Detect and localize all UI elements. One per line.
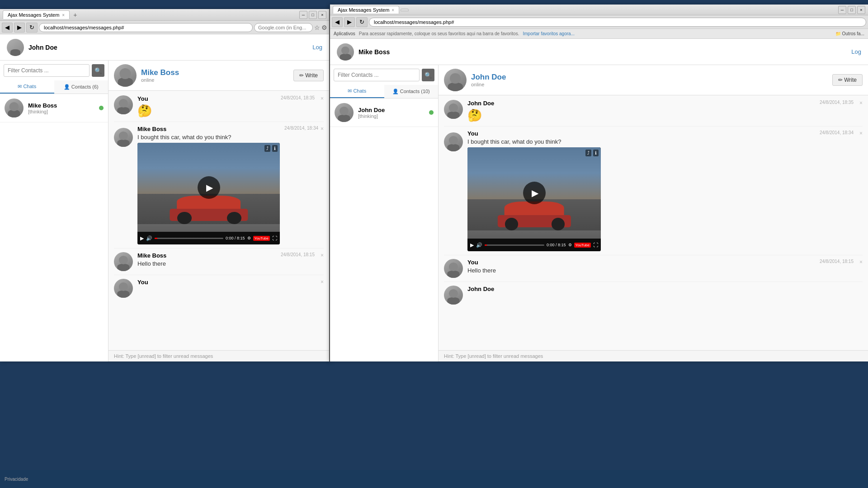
tab-title: Ajax Messages System (8, 12, 59, 18)
left-tab[interactable]: Ajax Messages System × (3, 10, 70, 19)
msg3-text: Hello there (137, 260, 276, 267)
left-username: John Doe (28, 44, 57, 51)
right-tab[interactable]: Ajax Messages System × (333, 6, 399, 14)
left-contacts-tab[interactable]: 👤 Contacts (6) (54, 80, 108, 94)
play-icon-left: ▶ (206, 182, 213, 193)
rmt2-avatar (444, 132, 463, 151)
right-app: Mike Boss Log 🔍 ✉ Chats 👤 Contacts (10) (330, 39, 868, 361)
right-online-indicator (429, 110, 434, 115)
rmt1-time: 24/8/2014, 18:35 (820, 100, 854, 105)
search-bar[interactable] (254, 23, 313, 32)
forward-btn[interactable]: ▶ (14, 23, 25, 33)
import-bookmarks[interactable]: Importar favoritos agora... (523, 31, 575, 36)
left-write-btn[interactable]: ✏ Write (293, 70, 324, 81)
right-minimize[interactable]: ─ (838, 6, 846, 14)
play-btn-right[interactable]: ▶ (523, 182, 546, 204)
outros-icon[interactable]: 📁 Outros fa... (835, 31, 864, 36)
rmt2-sender: You (467, 130, 815, 137)
rvc-settings[interactable]: ⚙ (568, 243, 572, 247)
rmt3-close[interactable]: × (859, 259, 863, 265)
right-msg4: John Doe (444, 286, 863, 305)
right-contact-name: John Doe (358, 107, 425, 113)
right-forward[interactable]: ▶ (344, 17, 355, 27)
vc-play[interactable]: ▶ (140, 235, 144, 241)
right-contacts-tab[interactable]: 👤 Contacts (10) (384, 85, 439, 98)
right-maximize[interactable]: □ (848, 6, 856, 14)
video-overlay-left[interactable]: ▶ (137, 143, 280, 232)
right-reload[interactable]: ↻ (356, 17, 368, 27)
msg2-sender: Mike Boss (137, 126, 280, 132)
left-chats-tab[interactable]: ✉ Chats (0, 80, 54, 94)
msg2-close[interactable]: × (321, 126, 324, 132)
video-overlay-right[interactable]: ▶ (467, 147, 601, 239)
right-app-header: Mike Boss Log (330, 39, 868, 65)
play-btn-left[interactable]: ▶ (198, 176, 220, 199)
back-btn[interactable]: ◀ (2, 23, 13, 33)
right-close[interactable]: × (857, 6, 865, 14)
left-toolbar: ◀ ▶ ↻ ☆ ⚙ (0, 21, 329, 34)
rmt1-emoji: 🤔 (467, 108, 482, 122)
right-tab-close[interactable]: × (392, 8, 394, 13)
msg1-close[interactable]: × (321, 95, 324, 102)
msg1-avatar (114, 95, 133, 114)
rvc-fullscreen[interactable]: ⛶ (593, 242, 598, 248)
vc-time: 0:00 / 8:15 (226, 236, 245, 240)
right-chat-avatar (444, 69, 467, 91)
right-chat-header: John Doe online ✏ Write (439, 65, 868, 95)
msg3-close[interactable]: × (321, 252, 324, 258)
left-online-indicator (99, 106, 104, 110)
right-filter-input[interactable] (334, 69, 420, 81)
video-player-right[interactable]: ⤴ ℹ ▶ ▶ (467, 147, 601, 251)
vc-volume[interactable]: 🔊 (146, 235, 152, 241)
rmt1-sender: John Doe (467, 100, 815, 107)
rmt2-text: I bought this car, what do you think? (467, 138, 815, 145)
left-logout[interactable]: Log (312, 44, 322, 51)
left-messages: You 🤔 24/8/2014, 18:35 × (108, 91, 329, 350)
bookmarks-text: Aplicativos (334, 31, 355, 36)
left-sidebar: 🔍 ✉ Chats 👤 Contacts (6) Mike Boss (0, 61, 108, 361)
progress-bar[interactable] (155, 238, 223, 239)
right-back[interactable]: ◀ (332, 17, 343, 27)
left-address-bar[interactable] (39, 23, 253, 32)
minimize-btn[interactable]: ─ (299, 11, 307, 19)
video-player-left[interactable]: ⤴ ℹ ▶ (137, 143, 280, 244)
msg4-close[interactable]: × (321, 279, 324, 285)
right-contact-item[interactable]: John Doe [thinking] (330, 99, 438, 127)
right-titlebar: Ajax Messages System × ─ □ × (330, 5, 868, 15)
right-chats-tab[interactable]: ✉ Chats (330, 85, 384, 98)
msg2-text: I bought this car, what do you think? (137, 134, 280, 141)
close-btn[interactable]: × (318, 11, 326, 19)
rmt2-time: 24/8/2014, 18:34 (820, 130, 854, 135)
left-search-btn[interactable]: 🔍 (92, 64, 104, 77)
right-write-btn[interactable]: ✏ Write (832, 74, 863, 86)
right-search-btn[interactable]: 🔍 (422, 69, 434, 81)
msg4-sender: You (137, 279, 315, 286)
message-row-3: Mike Boss Hello there 24/8/2014, 18:15 × (114, 252, 324, 271)
rvc-play[interactable]: ▶ (470, 242, 474, 248)
left-contact-item[interactable]: Mike Boss [thinking] (0, 94, 108, 122)
video-controls-left: ▶ 🔊 0:00 / 8:15 ⚙ YouTube ⛶ (137, 232, 280, 244)
right-tab-inactive[interactable] (401, 9, 409, 11)
maximize-btn[interactable]: □ (309, 11, 317, 19)
right-msg2: You I bought this car, what do you think… (444, 130, 863, 251)
msg3-avatar (114, 252, 133, 271)
reload-btn[interactable]: ↻ (26, 23, 38, 33)
bookmarks-hint: Para acessar rapidamente, coloque os seu… (359, 31, 519, 36)
ryt-logo: YouTube (574, 243, 591, 248)
progress-fill (155, 238, 157, 239)
right-address-bar[interactable] (369, 18, 866, 27)
right-progress-bar[interactable] (485, 244, 544, 246)
new-tab-btn[interactable]: + (71, 11, 79, 19)
bookmark-icon[interactable]: ☆ (314, 24, 320, 31)
vc-fullscreen[interactable]: ⛶ (272, 235, 277, 241)
left-filter-input[interactable] (4, 64, 90, 77)
message-row-4: You × (114, 279, 324, 298)
tools-icon[interactable]: ⚙ (321, 24, 327, 31)
rmt1-close[interactable]: × (859, 100, 863, 106)
left-chat-area: Mike Boss online ✏ Write (108, 61, 329, 361)
vc-settings[interactable]: ⚙ (247, 236, 251, 240)
tab-close-icon[interactable]: × (62, 13, 65, 18)
rmt2-close[interactable]: × (859, 130, 863, 136)
rvc-volume[interactable]: 🔊 (476, 242, 482, 248)
right-logout[interactable]: Log (851, 48, 861, 55)
